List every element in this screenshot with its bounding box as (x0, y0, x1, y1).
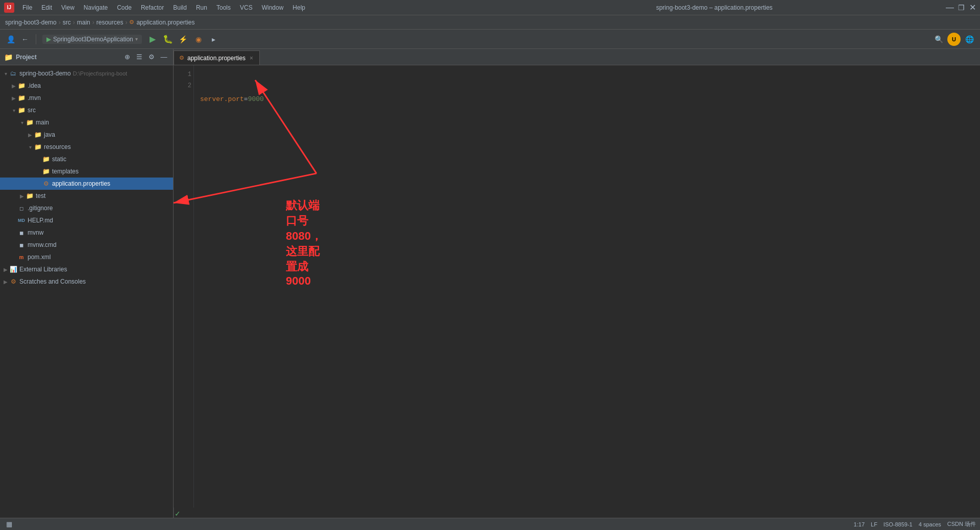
toolbar-profile-btn[interactable]: 👤 (4, 33, 17, 46)
sidebar-collapse-btn[interactable]: ☰ (134, 52, 144, 62)
search-everywhere-btn[interactable]: 🔍 (932, 33, 945, 46)
code-value: 9000 (248, 93, 264, 105)
run-config-dropdown-icon: ▾ (135, 36, 138, 42)
minimize-button[interactable]: — (946, 4, 953, 11)
breadcrumb-sep-1: › (59, 19, 61, 26)
toolbar-back-btn[interactable]: ← (18, 33, 32, 46)
status-indent[interactable]: 4 spaces (919, 521, 941, 527)
sidebar-header: 📁 Project ⊕ ☰ ⚙ — (0, 49, 173, 65)
tree-item-mvn[interactable]: ▶ 📁 .mvn (0, 92, 173, 104)
tree-arrow-test: ▶ (18, 192, 26, 199)
tab-label: application.properties (187, 55, 246, 62)
tree-item-root[interactable]: ▾ 🗂 spring-boot3-demo D:\Project\spring-… (0, 67, 173, 80)
tree-label-java: java (44, 131, 55, 138)
menu-vcs[interactable]: VCS (236, 3, 257, 12)
toolbar-divider-1 (36, 34, 36, 44)
folder-static-icon: 📁 (42, 155, 50, 163)
tree-item-mvnw[interactable]: ▶ ◼ mvnw (0, 226, 173, 239)
line-num-2: 2 (176, 81, 191, 92)
breadcrumb-src[interactable]: src (63, 19, 71, 26)
folder-resources-icon: 📁 (34, 143, 42, 151)
line-num-1: 1 (176, 69, 191, 81)
profiler-btn[interactable]: ◉ (192, 33, 205, 46)
sidebar-add-btn[interactable]: ⊕ (122, 52, 132, 62)
toolbar-right: 🔍 U 🌐 (932, 33, 976, 46)
tree-item-static[interactable]: ▶ 📁 static (0, 153, 173, 165)
tree-item-resources[interactable]: ▾ 📁 resources (0, 141, 173, 153)
tree-item-appprops[interactable]: ▶ ⚙ application.properties (0, 178, 173, 190)
tree-item-src[interactable]: ▾ 📁 src (0, 104, 173, 116)
tree-item-templates[interactable]: ▶ 📁 templates (0, 165, 173, 178)
tree-item-idea[interactable]: ▶ 📁 .idea (0, 80, 173, 92)
tree-item-gitignore[interactable]: ▶ ◻ .gitignore (0, 202, 173, 214)
code-line-1: server.port=9000 (200, 93, 974, 105)
debug-button[interactable]: 🐛 (161, 33, 175, 46)
tree-item-main[interactable]: ▾ 📁 main (0, 116, 173, 129)
menu-code[interactable]: Code (113, 3, 136, 12)
folder-mvn-icon: 📁 (17, 94, 26, 102)
menu-refactor[interactable]: Refactor (137, 3, 168, 12)
run-coverage-btn[interactable]: ⚡ (177, 33, 190, 46)
tree-item-java[interactable]: ▶ 📁 java (0, 129, 173, 141)
folder-src-icon: 📁 (17, 106, 26, 114)
code-key: server.port (200, 93, 244, 105)
folder-idea-icon: 📁 (17, 82, 26, 90)
breadcrumb-resources[interactable]: resources (96, 19, 124, 26)
breadcrumb-file-icon: ⚙ (129, 19, 134, 26)
menu-bar: File Edit View Navigate Code Refactor Bu… (18, 3, 482, 12)
tab-close-btn[interactable]: × (249, 55, 254, 62)
menu-run[interactable]: Run (192, 3, 211, 12)
status-layout-btn[interactable]: ▦ (4, 519, 14, 529)
breadcrumb-main[interactable]: main (77, 19, 90, 26)
breadcrumb-file[interactable]: application.properties (136, 19, 194, 26)
notifications-btn[interactable]: 🌐 (963, 33, 976, 46)
file-props-icon: ⚙ (42, 180, 50, 188)
run-button[interactable]: ▶ (146, 33, 159, 46)
tree-arrow-mvn: ▶ (10, 94, 17, 102)
run-configuration[interactable]: ▶ SpringBoot3DemoApplication ▾ (42, 35, 142, 44)
code-editor: 1 2 server.port=9000 (174, 65, 980, 508)
menu-help[interactable]: Help (288, 3, 309, 12)
tab-file-icon: ⚙ (179, 55, 184, 61)
tree-label-mvnw: mvnw (28, 229, 43, 236)
extlibs-icon: 📊 (9, 265, 17, 273)
menu-build[interactable]: Build (169, 3, 191, 12)
menu-view[interactable]: View (57, 3, 79, 12)
code-content[interactable]: server.port=9000 (194, 65, 980, 508)
tree-label-root: spring-boot3-demo (19, 70, 71, 77)
tree-item-helpmd[interactable]: ▶ MD HELP.md (0, 214, 173, 226)
tree-label-src: src (28, 107, 36, 114)
menu-edit[interactable]: Edit (37, 3, 56, 12)
tree-item-scratches[interactable]: ▶ ⚙ Scratches and Consoles (0, 275, 173, 288)
tree-label-root-path: D:\Project\spring-boot (73, 70, 127, 77)
status-encoding[interactable]: ISO-8859-1 (884, 521, 913, 527)
menu-navigate[interactable]: Navigate (80, 3, 112, 12)
breadcrumb-project[interactable]: spring-boot3-demo (5, 19, 57, 26)
tree-label-mvn: .mvn (28, 94, 41, 102)
file-md-icon: MD (17, 216, 26, 224)
sidebar-settings-btn[interactable]: ⚙ (146, 52, 157, 62)
file-mvnwcmd-icon: ◼ (17, 241, 26, 249)
editor-tab-appprops[interactable]: ⚙ application.properties × (174, 51, 260, 65)
breadcrumb-sep-4: › (125, 19, 127, 26)
folder-templates-icon: 📁 (42, 167, 50, 175)
menu-tools[interactable]: Tools (212, 3, 235, 12)
status-line-ending[interactable]: LF (871, 521, 877, 527)
menu-file[interactable]: File (18, 3, 36, 12)
close-button[interactable]: ✕ (969, 4, 976, 11)
menu-window[interactable]: Window (258, 3, 288, 12)
status-position[interactable]: 1:17 (854, 521, 865, 527)
tree-label-test: test (36, 192, 45, 199)
tree-item-extlibs[interactable]: ▶ 📊 External Libraries (0, 263, 173, 275)
more-run-btn[interactable]: ▸ (207, 33, 220, 46)
editor-area: ⚙ application.properties × 1 2 server.po… (174, 49, 980, 518)
tree-item-test[interactable]: ▶ 📁 test (0, 190, 173, 202)
status-csdn[interactable]: CSDN 场件 (947, 520, 976, 528)
avatar-btn[interactable]: U (947, 33, 961, 46)
maximize-button[interactable]: ❐ (958, 4, 965, 11)
tree-item-mvnwcmd[interactable]: ▶ ◼ mvnw.cmd (0, 239, 173, 251)
window-title: spring-boot3-demo – application.properti… (482, 4, 946, 11)
sidebar-hide-btn[interactable]: — (159, 52, 169, 62)
right-gutter: ✓ (174, 508, 181, 518)
tree-item-pomxml[interactable]: ▶ m pom.xml (0, 251, 173, 263)
